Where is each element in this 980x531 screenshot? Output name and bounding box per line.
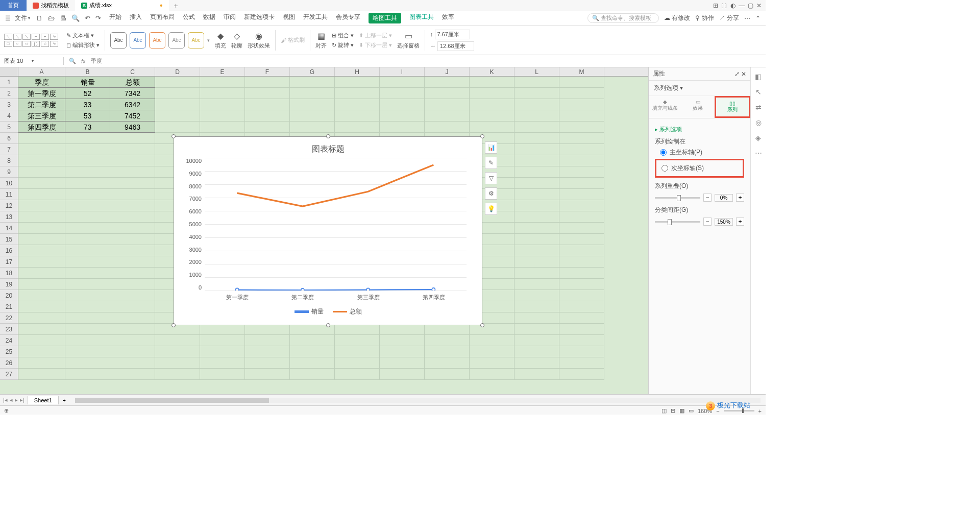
cell[interactable] [18, 166, 65, 178]
col-I[interactable]: I [380, 67, 425, 76]
new-tab-button[interactable]: + [169, 2, 183, 10]
cell[interactable] [200, 369, 245, 380]
cell[interactable] [290, 335, 335, 346]
cell[interactable]: 第三季度 [18, 110, 65, 122]
cell[interactable] [65, 335, 110, 346]
cell[interactable] [514, 234, 559, 245]
cell[interactable] [245, 335, 290, 346]
formula-input[interactable]: 季度 [91, 57, 102, 65]
cell[interactable] [380, 77, 425, 88]
row-header[interactable]: 13 [0, 211, 18, 223]
row-header[interactable]: 15 [0, 234, 18, 245]
col-K[interactable]: K [470, 67, 514, 76]
cell[interactable] [65, 234, 110, 245]
cell[interactable] [380, 335, 425, 346]
resize-handle[interactable] [326, 323, 330, 327]
cell[interactable] [470, 77, 514, 88]
cell[interactable] [200, 77, 245, 88]
gap-value[interactable]: 150% [715, 218, 733, 226]
cell[interactable] [110, 223, 155, 234]
ptab-effect[interactable]: ▭效果 [681, 96, 714, 118]
panel-pin-icon[interactable]: ⤢ [734, 70, 740, 78]
chart-settings-btn[interactable]: ⚙ [485, 187, 497, 200]
hamburger-icon[interactable]: ☰ [5, 15, 11, 22]
cell[interactable] [335, 77, 380, 88]
cell[interactable] [335, 122, 380, 133]
cell[interactable] [65, 178, 110, 189]
row-header[interactable]: 11 [0, 189, 18, 200]
row-header[interactable]: 6 [0, 133, 18, 144]
cell[interactable] [18, 335, 65, 346]
cell[interactable] [65, 301, 110, 312]
cell[interactable]: 总额 [110, 77, 155, 88]
cell[interactable]: 销量 [65, 77, 110, 88]
cell[interactable] [335, 110, 380, 122]
effect-btn[interactable]: ◉形状效果 [248, 31, 270, 50]
cell[interactable] [559, 189, 604, 200]
chart[interactable]: 图表标题 10000900080007000600050004000300020… [174, 136, 482, 325]
row-header[interactable]: 4 [0, 110, 18, 122]
cell[interactable] [514, 133, 559, 144]
cell[interactable] [425, 346, 470, 357]
cell[interactable] [470, 110, 514, 122]
cell[interactable]: 7342 [110, 88, 155, 99]
cell[interactable] [335, 88, 380, 99]
gap-plus[interactable]: + [736, 218, 744, 226]
chart-tips-btn[interactable]: 💡 [485, 203, 497, 215]
cell[interactable] [559, 290, 604, 301]
cell[interactable] [65, 133, 110, 144]
maximize-icon[interactable]: ▢ [748, 2, 753, 9]
cell[interactable] [245, 357, 290, 369]
cell[interactable] [65, 200, 110, 211]
cell[interactable] [380, 357, 425, 369]
name-box[interactable]: 图表 10▾ [0, 57, 64, 65]
cell[interactable] [110, 133, 155, 144]
cell[interactable] [559, 346, 604, 357]
tab-view[interactable]: 视图 [283, 13, 295, 23]
cell[interactable] [559, 133, 604, 144]
cell[interactable] [110, 335, 155, 346]
row-header[interactable]: 20 [0, 290, 18, 301]
tab-start[interactable]: 开始 [109, 13, 121, 23]
cell[interactable]: 季度 [18, 77, 65, 88]
cell[interactable] [514, 178, 559, 189]
cell[interactable] [110, 279, 155, 290]
style-4[interactable]: Abc [168, 32, 185, 49]
preview-icon[interactable]: 🔍 [71, 14, 80, 22]
add-sheet-btn[interactable]: + [59, 397, 70, 403]
cell[interactable] [65, 369, 110, 380]
cell[interactable] [110, 166, 155, 178]
cell[interactable] [18, 312, 65, 324]
cell[interactable] [425, 99, 470, 110]
cell[interactable] [155, 99, 200, 110]
cell[interactable] [514, 279, 559, 290]
selpane-btn[interactable]: ▭选择窗格 [397, 31, 420, 50]
cell[interactable] [335, 346, 380, 357]
cell[interactable] [470, 324, 514, 335]
cell[interactable]: 第一季度 [18, 88, 65, 99]
row-header[interactable]: 1 [0, 77, 18, 88]
resize-handle[interactable] [480, 323, 484, 327]
cell[interactable] [425, 369, 470, 380]
cell[interactable] [514, 122, 559, 133]
cell[interactable]: 第四季度 [18, 122, 65, 133]
chart-filter-btn[interactable]: ▽ [485, 172, 497, 184]
cell[interactable] [110, 189, 155, 200]
group-btn[interactable]: ⊞ 组合 ▾ [332, 32, 354, 39]
view-icon-4[interactable]: ▭ [689, 407, 694, 414]
cell[interactable] [559, 369, 604, 380]
cell[interactable] [245, 88, 290, 99]
cell[interactable] [245, 110, 290, 122]
tab-new[interactable]: 新建选项卡 [244, 13, 275, 23]
cell[interactable] [514, 312, 559, 324]
cell[interactable] [245, 346, 290, 357]
share-button[interactable]: ↗ 分享 [719, 14, 739, 22]
cell[interactable] [18, 290, 65, 301]
user-icon[interactable]: ◐ [730, 2, 736, 9]
tab-layout[interactable]: 页面布局 [150, 13, 175, 23]
cell[interactable] [65, 346, 110, 357]
row-header[interactable]: 22 [0, 312, 18, 324]
cell[interactable] [18, 155, 65, 166]
radio-secondary[interactable]: 次坐标轴(S) [662, 164, 743, 173]
cell[interactable] [514, 256, 559, 268]
